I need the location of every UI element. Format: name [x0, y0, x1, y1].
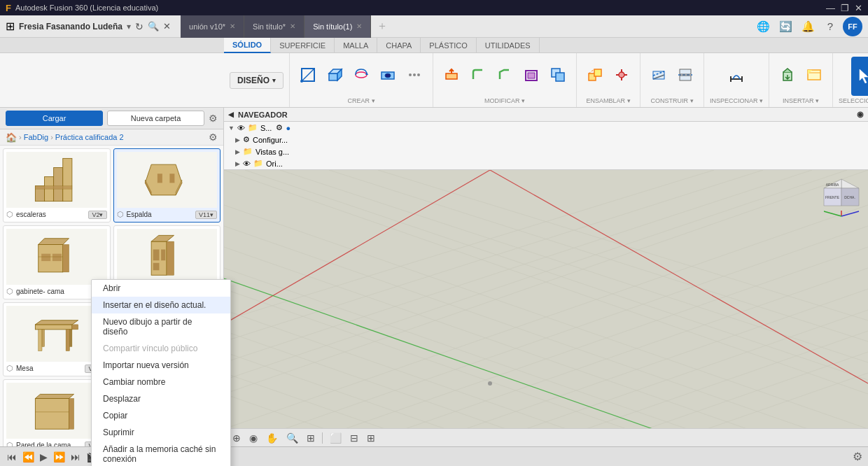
playback-end-btn[interactable]: ⏭: [69, 450, 82, 464]
vp-grid-btn[interactable]: ⊟: [347, 431, 361, 445]
select-icon: [855, 66, 868, 85]
playback-start-btn[interactable]: ⏮: [6, 450, 18, 464]
nav-pin-icon[interactable]: ◉: [857, 110, 864, 119]
construct-midplane-btn[interactable]: [673, 57, 698, 96]
tab-sin-titulo-1-close[interactable]: ✕: [356, 22, 362, 30]
close-btn[interactable]: ✕: [855, 3, 862, 13]
user-dropdown-icon[interactable]: ▾: [127, 22, 131, 31]
help-icon[interactable]: ?: [820, 17, 840, 36]
ctx-insertar[interactable]: Insertar en el diseño actual.: [92, 297, 230, 313]
create-extrude-btn[interactable]: [322, 57, 347, 96]
breadcrumb-home[interactable]: 🏠: [6, 132, 17, 143]
inspect-measure-btn[interactable]: [724, 57, 749, 96]
vp-visual-style-btn[interactable]: ⊞: [364, 431, 378, 445]
sync-icon[interactable]: 🔄: [776, 17, 795, 36]
ctx-nuevo-dibujo[interactable]: Nuevo dibujo a partir de diseño: [92, 313, 230, 340]
file-version-espalda[interactable]: V11▾: [195, 211, 217, 219]
view-cube[interactable]: ARRIBA FRENTE DCHA.: [820, 176, 862, 218]
ribbon-tab-malla[interactable]: MALLA: [335, 38, 377, 53]
breadcrumb-settings-icon[interactable]: ⚙: [209, 132, 218, 143]
vp-look-btn[interactable]: ◉: [246, 431, 260, 445]
nav-eye-origen[interactable]: 👁: [243, 160, 251, 168]
vp-pan-btn[interactable]: ✋: [263, 431, 281, 445]
create-more-btn[interactable]: [402, 57, 427, 96]
select-btn[interactable]: [851, 57, 868, 96]
insert-derive-btn[interactable]: [775, 57, 800, 96]
modify-press-btn[interactable]: [439, 57, 464, 96]
modify-combine-btn[interactable]: [545, 57, 570, 96]
nav-row-config[interactable]: ▶ ⚙ Configur...: [224, 134, 868, 146]
svg-marker-38: [860, 69, 868, 83]
tab-sin-titulo-1-label: Sin título(1): [313, 22, 352, 31]
ctx-suprimir[interactable]: Suprimir: [92, 424, 230, 441]
svg-rect-42: [63, 158, 72, 201]
close-panel-icon[interactable]: ✕: [163, 21, 171, 31]
vp-zoom-fit-btn[interactable]: ⊞: [304, 431, 318, 445]
create-more-icon: [406, 66, 423, 85]
nav-row-vistas[interactable]: ▶ 📁 Vistas g...: [224, 146, 868, 157]
breadcrumb-practica[interactable]: Práctica calificada 2: [55, 133, 124, 141]
vp-zoom-btn[interactable]: 🔍: [284, 431, 301, 445]
load-btn[interactable]: Cargar: [6, 111, 103, 126]
new-folder-btn[interactable]: Nueva carpeta: [107, 111, 204, 126]
nav-gear-root[interactable]: ⚙: [276, 123, 283, 132]
ribbon-tab-superficie[interactable]: SUPERFICIE: [271, 38, 335, 53]
tab-sin-titulo[interactable]: Sin título* ✕: [244, 15, 304, 38]
tab-union-close[interactable]: ✕: [230, 22, 235, 30]
nav-arrow-vistas: ▶: [235, 148, 240, 155]
ctx-copiar[interactable]: Copiar: [92, 407, 230, 424]
nav-dot-root[interactable]: ●: [286, 124, 290, 132]
ribbon-tab-utilidades[interactable]: UTILIDADES: [477, 38, 540, 53]
search-icon[interactable]: 🔍: [148, 21, 159, 31]
file-item-escaleras[interactable]: ⬡ escaleras V2▾: [3, 148, 111, 223]
maximize-btn[interactable]: ❐: [841, 3, 849, 13]
tab-sin-titulo-close[interactable]: ✕: [290, 22, 295, 30]
breadcrumb-fabdig[interactable]: FabDig: [24, 133, 48, 141]
assemble-new-btn[interactable]: [582, 57, 608, 96]
nav-eye-root[interactable]: 👁: [237, 124, 245, 132]
playback-prev-btn[interactable]: ⏪: [21, 450, 36, 464]
playback-next-btn[interactable]: ⏩: [52, 450, 66, 464]
minimize-btn[interactable]: —: [826, 3, 835, 13]
ctx-cache[interactable]: Añadir a la memoria caché sin conexión: [92, 441, 230, 466]
modify-shell-btn[interactable]: [519, 57, 544, 96]
nav-collapse-arrow[interactable]: ◀: [228, 111, 234, 118]
nav-label-root: S...: [260, 124, 272, 132]
globe-icon[interactable]: 🌐: [753, 17, 773, 36]
svg-rect-65: [66, 330, 69, 351]
nav-row-root[interactable]: ▼ 👁 📁 S... ⚙ ●: [224, 122, 868, 134]
playback-play-btn[interactable]: ▶: [38, 450, 49, 464]
ctx-cambiar-nombre[interactable]: Cambiar nombre: [92, 374, 230, 390]
nav-row-origen[interactable]: ▶ 👁 📁 Ori...: [224, 157, 868, 169]
grid-canvas[interactable]: ARRIBA FRENTE DCHA.: [224, 170, 868, 428]
create-sketch-btn[interactable]: [295, 57, 321, 96]
tab-sin-titulo-1[interactable]: Sin título(1) ✕: [304, 15, 371, 38]
press-pull-icon: [443, 66, 460, 85]
ctx-desplazar[interactable]: Desplazar: [92, 390, 230, 407]
file-item-espalda[interactable]: ⬡ Espalda V11▾: [113, 148, 221, 223]
sidebar-gear-icon[interactable]: ⚙: [209, 113, 218, 124]
vp-display-mode-btn[interactable]: ⬜: [327, 431, 344, 445]
create-hole-btn[interactable]: [375, 57, 400, 96]
app-grid-icon[interactable]: ⊞: [6, 20, 15, 33]
ctx-abrir[interactable]: Abrir: [92, 280, 230, 297]
insert-canvas-btn[interactable]: [802, 57, 827, 96]
avatar-btn[interactable]: FF: [843, 17, 862, 36]
assemble-joint-btn[interactable]: [609, 57, 634, 96]
ribbon-tab-plastico[interactable]: PLÁSTICO: [421, 38, 476, 53]
construct-offset-btn[interactable]: [646, 57, 671, 96]
tab-add-btn[interactable]: ＋: [371, 15, 393, 38]
ribbon-tab-solido[interactable]: SÓLIDO: [224, 38, 271, 53]
vp-orbit-btn[interactable]: ⊕: [230, 431, 244, 445]
file-version-escaleras[interactable]: V2▾: [88, 211, 106, 219]
create-revolve-btn[interactable]: [349, 57, 374, 96]
modify-chamfer-btn[interactable]: [492, 57, 517, 96]
bell-icon[interactable]: 🔔: [798, 17, 818, 36]
design-mode-btn[interactable]: DISEÑO ▾: [230, 72, 284, 89]
ctx-importar[interactable]: Importar nueva versión: [92, 357, 230, 374]
bottom-gear-icon[interactable]: ⚙: [853, 450, 862, 463]
ribbon-tab-chapa[interactable]: CHAPA: [377, 38, 421, 53]
refresh-icon[interactable]: ↻: [135, 21, 144, 32]
modify-fillet-btn[interactable]: [465, 57, 491, 96]
tab-union[interactable]: unión v10* ✕: [181, 15, 244, 38]
